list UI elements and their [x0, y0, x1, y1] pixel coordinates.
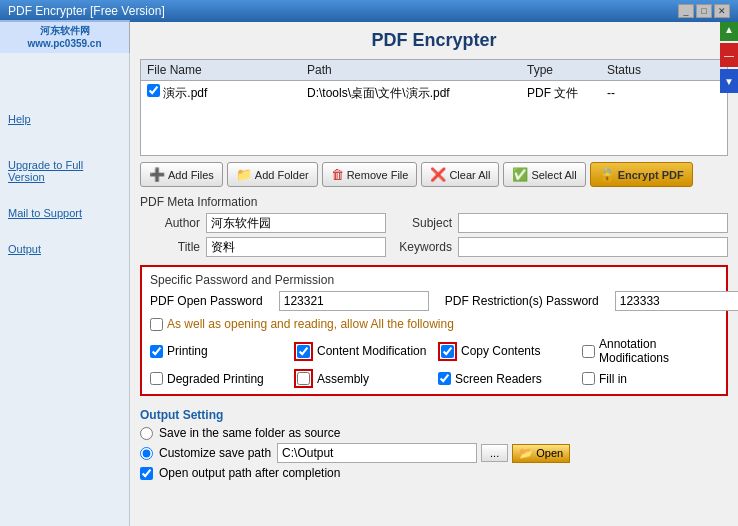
perm-copy-label: Copy Contents: [461, 344, 540, 358]
arrow-down-button[interactable]: ▼: [720, 69, 738, 93]
remove-file-icon: 🗑: [331, 167, 344, 182]
close-button[interactable]: ✕: [714, 4, 730, 18]
allow-checkbox[interactable]: [150, 318, 163, 331]
path-row: ... 📂 Open: [277, 443, 570, 463]
author-input[interactable]: [206, 213, 386, 233]
assembly-highlight: [294, 369, 313, 388]
keywords-input[interactable]: [458, 237, 728, 257]
side-arrows: ▲ — ▼: [720, 22, 738, 93]
minimize-button[interactable]: _: [678, 4, 694, 18]
sidebar-item-upgrade[interactable]: Upgrade to Full Version: [0, 154, 129, 188]
perm-screen-readers: Screen Readers: [438, 369, 574, 388]
perm-content-mod-checkbox[interactable]: [297, 345, 310, 358]
open-button[interactable]: 📂 Open: [512, 444, 570, 463]
open-password-label: PDF Open Password: [150, 294, 263, 308]
open-button-label: Open: [536, 447, 563, 459]
add-files-label: Add Files: [168, 169, 214, 181]
title-input[interactable]: [206, 237, 386, 257]
meta-title: PDF Meta Information: [140, 195, 728, 209]
open-password-input[interactable]: [279, 291, 429, 311]
title-bar: PDF Encrypter [Free Version] _ □ ✕: [0, 0, 738, 22]
path-input[interactable]: [277, 443, 477, 463]
output-title: Output Setting: [140, 408, 728, 422]
subject-input[interactable]: [458, 213, 728, 233]
perm-copy-checkbox[interactable]: [441, 345, 454, 358]
author-label: Author: [140, 216, 200, 230]
perm-printing-checkbox[interactable]: [150, 345, 163, 358]
col-filename: File Name: [141, 60, 301, 81]
file-checkbox-cell[interactable]: 演示.pdf: [141, 81, 301, 106]
allow-text: As well as opening and reading, allow Al…: [167, 317, 454, 331]
select-all-label: Select All: [531, 169, 576, 181]
app-title-bar: PDF Encrypter [Free Version]: [8, 4, 165, 18]
remove-file-button[interactable]: 🗑 Remove File: [322, 162, 418, 187]
customize-path-row: Customize save path ... 📂 Open: [140, 443, 728, 463]
sidebar: 河东软件网 www.pc0359.cn Help Upgrade to Full…: [0, 22, 130, 526]
perm-fill-in-checkbox[interactable]: [582, 372, 595, 385]
arrow-up-button[interactable]: ▲: [720, 22, 738, 41]
watermark-line1: 河东软件网: [4, 24, 125, 38]
keywords-label: Keywords: [392, 240, 452, 254]
file-table-body: 演示.pdf D:\tools\桌面\文件\演示.pdf PDF 文件 --: [141, 81, 727, 156]
encrypt-icon: 🔒: [599, 167, 615, 182]
select-all-button[interactable]: ✅ Select All: [503, 162, 585, 187]
perm-assembly: Assembly: [294, 369, 430, 388]
remove-file-label: Remove File: [347, 169, 409, 181]
same-folder-label: Save in the same folder as source: [159, 426, 340, 440]
customize-path-radio[interactable]: [140, 447, 153, 460]
perm-assembly-checkbox[interactable]: [297, 372, 310, 385]
perm-printing: Printing: [150, 337, 286, 365]
perm-annotation-checkbox[interactable]: [582, 345, 595, 358]
copy-contents-highlight: [438, 342, 457, 361]
restriction-password-label: PDF Restriction(s) Password: [445, 294, 599, 308]
open-after-checkbox[interactable]: [140, 467, 153, 480]
restriction-password-input[interactable]: [615, 291, 738, 311]
file-type: PDF 文件: [521, 81, 601, 106]
perm-copy-contents: Copy Contents: [438, 337, 574, 365]
file-checkbox[interactable]: [147, 84, 160, 97]
permissions-grid: Printing Content Modification Copy Conte…: [150, 337, 718, 388]
file-status: --: [601, 81, 727, 106]
col-path: Path: [301, 60, 521, 81]
perm-fill-in-label: Fill in: [599, 372, 627, 386]
password-section-title: Specific Password and Permission: [150, 273, 718, 287]
sidebar-item-output[interactable]: Output: [0, 238, 129, 260]
perm-degraded-checkbox[interactable]: [150, 372, 163, 385]
browse-button[interactable]: ...: [481, 444, 508, 462]
file-table: File Name Path Type Status 演示.pdf D:\too…: [141, 60, 727, 155]
open-after-row: Open output path after completion: [140, 466, 728, 480]
perm-annotation: Annotation Modifications: [582, 337, 718, 365]
filename: 演示.pdf: [163, 86, 207, 100]
toolbar: ➕ Add Files 📁 Add Folder 🗑 Remove File ❌…: [140, 162, 728, 187]
maximize-button[interactable]: □: [696, 4, 712, 18]
watermark-line2: www.pc0359.cn: [4, 38, 125, 49]
subject-label: Subject: [392, 216, 452, 230]
same-folder-row: Save in the same folder as source: [140, 426, 728, 440]
encrypt-pdf-button[interactable]: 🔒 Encrypt PDF: [590, 162, 693, 187]
table-row[interactable]: 演示.pdf D:\tools\桌面\文件\演示.pdf PDF 文件 --: [141, 81, 727, 106]
password-section: Specific Password and Permission PDF Ope…: [140, 265, 728, 396]
content-area: PDF Encrypter File Name Path Type Status: [130, 22, 738, 526]
sidebar-item-mail[interactable]: Mail to Support: [0, 202, 129, 224]
perm-screen-readers-checkbox[interactable]: [438, 372, 451, 385]
perm-printing-label: Printing: [167, 344, 208, 358]
password-row: PDF Open Password PDF Restriction(s) Pas…: [150, 291, 718, 311]
add-files-icon: ➕: [149, 167, 165, 182]
app-title: PDF Encrypter: [140, 30, 728, 51]
perm-annotation-label: Annotation Modifications: [599, 337, 718, 365]
col-type: Type: [521, 60, 601, 81]
sidebar-item-help[interactable]: Help: [0, 108, 129, 130]
window-controls[interactable]: _ □ ✕: [678, 4, 730, 18]
perm-content-mod-label: Content Modification: [317, 344, 426, 358]
clear-all-button[interactable]: ❌ Clear All: [421, 162, 499, 187]
file-table-container: File Name Path Type Status 演示.pdf D:\too…: [140, 59, 728, 156]
arrow-remove-button[interactable]: —: [720, 43, 738, 67]
add-folder-button[interactable]: 📁 Add Folder: [227, 162, 318, 187]
watermark: 河东软件网 www.pc0359.cn: [0, 20, 130, 53]
file-path: D:\tools\桌面\文件\演示.pdf: [301, 81, 521, 106]
encrypt-label: Encrypt PDF: [618, 169, 684, 181]
same-folder-radio[interactable]: [140, 427, 153, 440]
add-folder-label: Add Folder: [255, 169, 309, 181]
add-files-button[interactable]: ➕ Add Files: [140, 162, 223, 187]
perm-degraded: Degraded Printing: [150, 369, 286, 388]
